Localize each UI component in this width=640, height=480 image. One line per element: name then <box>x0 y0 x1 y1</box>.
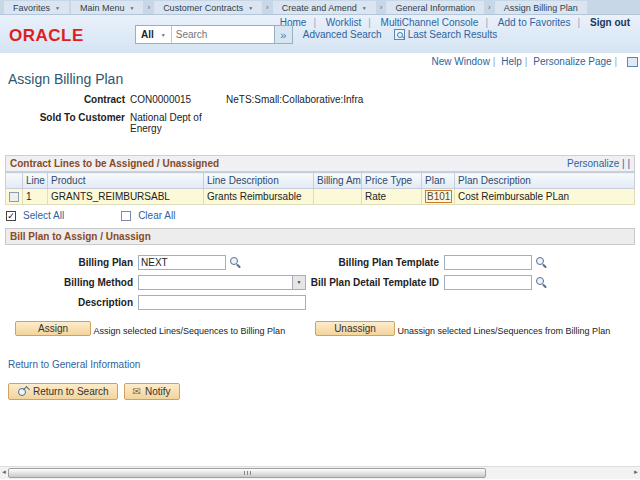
billing-plan-lookup-icon[interactable] <box>229 256 242 269</box>
envelope-icon: ✉ <box>133 386 141 397</box>
add-to-favorites-link[interactable]: Add to Favorites <box>491 17 578 28</box>
unassign-group: Unassign Unassign selected Lines/Sequenc… <box>315 321 610 336</box>
chevron-down-icon: ▼ <box>248 5 253 11</box>
plan-cell: B101 <box>422 189 455 205</box>
assign-button[interactable]: Assign <box>15 321 91 336</box>
billing-method-label: Billing Method <box>5 277 138 288</box>
contract-lines-section-header: Contract Lines to be Assigned / Unassign… <box>5 155 635 172</box>
notify-button[interactable]: ✉ Notify <box>124 383 180 400</box>
bill-plan-form: Billing Plan Billing Plan Template Billi… <box>5 252 635 312</box>
breadcrumb-label: Assign Billing Plan <box>504 3 578 13</box>
search-scope-dropdown[interactable]: All ▼ <box>136 26 172 43</box>
return-to-search-icon <box>17 386 29 398</box>
return-to-general-information-link[interactable]: Return to General Information <box>8 359 640 370</box>
search-scope-value: All <box>141 29 154 40</box>
return-to-search-label: Return to Search <box>33 386 109 397</box>
assign-actions: Assign Assign selected Lines/Sequences t… <box>15 321 635 338</box>
divider: | <box>490 56 499 67</box>
plan-link[interactable]: B101 <box>425 190 452 203</box>
contract-value: CON0000015 <box>130 94 226 105</box>
breadcrumb-label: Customer Contracts <box>163 3 243 13</box>
billing-amount-cell <box>314 189 362 205</box>
line-cell: 1 <box>23 189 48 205</box>
breadcrumb-label: Favorites <box>13 3 50 13</box>
billing-method-select[interactable]: ▼ <box>138 275 306 290</box>
last-search-results-icon <box>394 29 405 40</box>
personalize-link[interactable]: Personalize <box>567 158 619 169</box>
search-bar: All ▼ » Advanced Search Last Search Resu… <box>135 25 497 44</box>
horizontal-scrollbar[interactable]: ◄ ► <box>0 466 640 479</box>
billing-plan-row: Billing Plan Billing Plan Template <box>5 252 635 272</box>
grid-header-row: Line Product Line Description Billing Am… <box>6 173 635 189</box>
breadcrumb-main-menu[interactable]: Main Menu ▼ <box>71 1 143 14</box>
breadcrumb-separator: › <box>485 0 494 14</box>
breadcrumb: Favorites ▼ Main Menu ▼ › Customer Contr… <box>0 0 640 15</box>
contract-lines-grid: Line Product Line Description Billing Am… <box>5 172 635 205</box>
select-all-link[interactable]: Select All <box>23 210 64 221</box>
description-row: Description <box>5 292 635 312</box>
sign-out-link[interactable]: Sign out <box>583 17 636 28</box>
footer-toolbar: Return to Search ✉ Notify <box>8 383 640 400</box>
breadcrumb-separator: › <box>377 0 386 14</box>
search-box: All ▼ » <box>135 25 293 44</box>
billing-plan-template-lookup-icon[interactable] <box>535 256 548 269</box>
customer-info-row: Sold To Customer National Dept of Energy <box>0 112 640 134</box>
unassign-button[interactable]: Unassign <box>315 321 395 336</box>
column-header-plan-description: Plan Description <box>455 173 635 189</box>
last-search-results[interactable]: Last Search Results <box>394 29 498 40</box>
breadcrumb-label: General Information <box>395 3 475 13</box>
bill-plan-section-header: Bill Plan to Assign / Unassign <box>5 228 635 245</box>
column-header-product: Product <box>48 173 204 189</box>
billing-plan-field[interactable] <box>138 255 226 270</box>
column-header-billing-amount: Billing Amount <box>314 173 362 189</box>
breadcrumb-assign-billing-plan[interactable]: Assign Billing Plan <box>495 1 587 14</box>
contract-info-row: Contract CON0000015 NeTS:Small:Collabora… <box>0 94 640 105</box>
contract-label: Contract <box>0 94 130 105</box>
contract-description: NeTS:Small:Collaborative:Infra <box>226 94 363 105</box>
help-link[interactable]: Help <box>501 56 522 67</box>
breadcrumb-create-and-amend[interactable]: Create and Amend ▼ <box>273 1 376 14</box>
breadcrumb-general-information[interactable]: General Information <box>386 1 484 14</box>
bill-plan-detail-template-lookup-icon[interactable] <box>535 276 548 289</box>
advanced-search-link[interactable]: Advanced Search <box>303 29 382 40</box>
breadcrumb-favorites[interactable]: Favorites ▼ <box>4 1 69 14</box>
clear-all-icon[interactable] <box>121 211 131 221</box>
chevron-down-icon: ▼ <box>161 32 166 38</box>
billing-plan-template-label: Billing Plan Template <box>292 257 444 268</box>
clear-all-group: Clear All <box>121 210 175 221</box>
personalize-page-link[interactable]: Personalize Page <box>533 56 611 67</box>
clear-all-link[interactable]: Clear All <box>138 210 175 221</box>
personalize-grid: Personalize | | <box>567 158 630 169</box>
row-checkbox[interactable] <box>9 192 19 202</box>
bill-plan-detail-template-pair: Bill Plan Detail Template ID <box>292 272 548 292</box>
chevron-down-icon: ▼ <box>130 5 135 11</box>
product-cell: GRANTS_REIMBURSABL <box>48 189 204 205</box>
breadcrumb-label: Create and Amend <box>282 3 357 13</box>
new-window-link[interactable]: New Window <box>432 56 490 67</box>
return-to-search-button[interactable]: Return to Search <box>8 383 118 400</box>
description-field[interactable] <box>138 295 306 310</box>
column-header-plan: Plan <box>422 173 455 189</box>
billing-plan-template-pair: Billing Plan Template <box>292 252 548 272</box>
price-type-cell: Rate <box>362 189 422 205</box>
row-select-cell <box>6 189 23 205</box>
search-go-button[interactable]: » <box>274 26 292 43</box>
scroll-left-icon[interactable]: ◄ <box>1 469 7 475</box>
scrollbar-thumb[interactable] <box>8 468 486 478</box>
unassign-caption: Unassign selected Lines/Sequences from B… <box>398 326 611 336</box>
scroll-right-icon[interactable]: ► <box>633 469 639 475</box>
select-all-icon[interactable]: ✓ <box>6 211 16 221</box>
page-options-icon[interactable] <box>627 57 638 67</box>
breadcrumb-label: Main Menu <box>80 3 125 13</box>
breadcrumb-customer-contracts[interactable]: Customer Contracts ▼ <box>154 1 262 14</box>
description-label: Description <box>5 297 138 308</box>
billing-plan-template-field[interactable] <box>444 255 532 270</box>
line-description-cell: Grants Reimbursable <box>204 189 314 205</box>
search-input[interactable] <box>172 26 274 43</box>
scrollbar-grip <box>247 471 248 475</box>
assign-caption: Assign selected Lines/Sequences to Billi… <box>94 326 286 336</box>
bill-plan-detail-template-field[interactable] <box>444 275 532 290</box>
page-title: Assign Billing Plan <box>8 71 640 87</box>
sold-to-customer-label: Sold To Customer <box>0 112 130 134</box>
contract-lines-section-title: Contract Lines to be Assigned / Unassign… <box>10 158 219 169</box>
